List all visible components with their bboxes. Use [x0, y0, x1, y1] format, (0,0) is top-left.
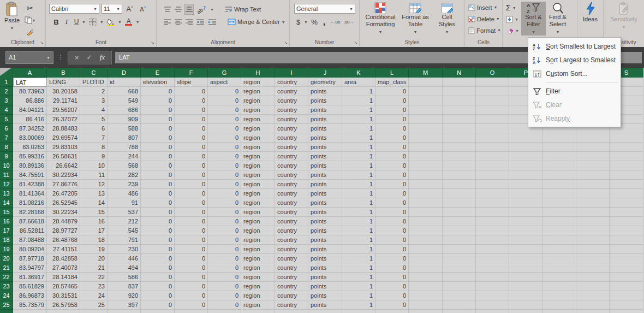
- cell-O12[interactable]: [476, 180, 509, 189]
- number-format-select[interactable]: General▼: [294, 4, 355, 14]
- cell-H2[interactable]: region: [241, 87, 275, 96]
- wrap-text-button[interactable]: Wrap Text: [224, 5, 262, 13]
- font-color-button[interactable]: A: [123, 16, 135, 27]
- underline-button[interactable]: U: [72, 16, 81, 27]
- cell-C1[interactable]: PLOTID: [80, 78, 108, 87]
- cell-P13[interactable]: [509, 189, 543, 198]
- cell-N24[interactable]: [443, 291, 476, 300]
- cell-F10[interactable]: 0: [175, 161, 208, 170]
- cell-H21[interactable]: region: [241, 263, 275, 273]
- font-dialog-launcher[interactable]: ↘: [151, 41, 154, 45]
- cell-E14[interactable]: 0: [141, 198, 175, 208]
- cell-R12[interactable]: [576, 180, 610, 189]
- percent-style-button[interactable]: %: [309, 16, 319, 27]
- cell-R25[interactable]: [576, 300, 610, 310]
- cell-K19[interactable]: 1: [342, 245, 375, 254]
- cell-I4[interactable]: country: [275, 105, 308, 115]
- cell-E17[interactable]: 0: [141, 226, 175, 235]
- column-header-G[interactable]: G: [208, 68, 241, 78]
- cell-M19[interactable]: [409, 245, 443, 254]
- cell-E8[interactable]: 0: [141, 143, 175, 152]
- cell-G13[interactable]: 0: [208, 189, 241, 198]
- cell-H12[interactable]: region: [241, 180, 275, 189]
- cell-K26[interactable]: [342, 310, 375, 313]
- cell-M13[interactable]: [409, 189, 443, 198]
- cell-S23[interactable]: [610, 282, 643, 291]
- row-header-25[interactable]: 25: [0, 300, 13, 310]
- cell-E2[interactable]: 0: [141, 87, 175, 96]
- cell-E1[interactable]: elevation: [141, 78, 175, 87]
- row-header-5[interactable]: 5: [0, 115, 13, 124]
- cell-P25[interactable]: [509, 300, 543, 310]
- cell-D1[interactable]: id: [108, 78, 141, 87]
- cell-R24[interactable]: [576, 291, 610, 300]
- cell-E19[interactable]: 0: [141, 245, 175, 254]
- cell-K7[interactable]: 1: [342, 133, 375, 143]
- cell-M14[interactable]: [409, 198, 443, 208]
- cell-S20[interactable]: [610, 254, 643, 263]
- cell-H5[interactable]: region: [241, 115, 275, 124]
- cell-F3[interactable]: 0: [175, 96, 208, 105]
- cell-F6[interactable]: 0: [175, 124, 208, 133]
- format-painter-button[interactable]: [24, 27, 36, 38]
- cell-R22[interactable]: [576, 273, 610, 282]
- cell-A11[interactable]: 84.75591: [13, 170, 47, 180]
- cell-K12[interactable]: 1: [342, 180, 375, 189]
- bold-button[interactable]: B: [51, 16, 61, 27]
- cell-B14[interactable]: 26.52945: [47, 198, 80, 208]
- fill-color-chevron-icon[interactable]: ▼: [118, 20, 122, 24]
- cell-D18[interactable]: 791: [108, 235, 141, 245]
- cell-E11[interactable]: 0: [141, 170, 175, 180]
- cell-B8[interactable]: 29.83103: [47, 143, 80, 152]
- cell-B19[interactable]: 27.41151: [47, 245, 80, 254]
- cell-F2[interactable]: 0: [175, 87, 208, 96]
- cell-O16[interactable]: [476, 217, 509, 226]
- cell-E5[interactable]: 0: [141, 115, 175, 124]
- cell-N19[interactable]: [443, 245, 476, 254]
- cell-I26[interactable]: [275, 310, 308, 313]
- cell-M15[interactable]: [409, 208, 443, 217]
- cell-M18[interactable]: [409, 235, 443, 245]
- cell-H26[interactable]: [241, 310, 275, 313]
- cell-N20[interactable]: [443, 254, 476, 263]
- cell-K23[interactable]: 1: [342, 282, 375, 291]
- column-header-D[interactable]: D: [108, 68, 141, 78]
- cell-I2[interactable]: country: [275, 87, 308, 96]
- cell-O25[interactable]: [476, 300, 509, 310]
- cell-B2[interactable]: 30.20158: [47, 87, 80, 96]
- cell-C19[interactable]: 19: [80, 245, 108, 254]
- row-header-20[interactable]: 20: [0, 254, 13, 263]
- cell-L9[interactable]: 0: [375, 152, 409, 161]
- cell-F9[interactable]: 0: [175, 152, 208, 161]
- cell-E26[interactable]: [141, 310, 175, 313]
- cell-I18[interactable]: country: [275, 235, 308, 245]
- cell-F4[interactable]: 0: [175, 105, 208, 115]
- cell-O3[interactable]: [476, 96, 509, 105]
- cell-M24[interactable]: [409, 291, 443, 300]
- borders-chevron-icon[interactable]: ▼: [100, 20, 104, 24]
- cell-C20[interactable]: 20: [80, 254, 108, 263]
- cell-R8[interactable]: [576, 143, 610, 152]
- row-header-10[interactable]: 10: [0, 161, 13, 170]
- cell-M4[interactable]: [409, 105, 443, 115]
- cell-D19[interactable]: 230: [108, 245, 141, 254]
- cell-I1[interactable]: country: [275, 78, 308, 87]
- row-header-12[interactable]: 12: [0, 180, 13, 189]
- borders-button[interactable]: [87, 16, 99, 27]
- column-header-O[interactable]: O: [476, 68, 509, 78]
- cell-Q26[interactable]: [543, 310, 576, 313]
- cell-M12[interactable]: [409, 180, 443, 189]
- cell-R10[interactable]: [576, 161, 610, 170]
- row-header-2[interactable]: 2: [0, 87, 13, 96]
- alignment-dialog-launcher[interactable]: ↘: [284, 41, 288, 45]
- cell-N13[interactable]: [443, 189, 476, 198]
- row-header-26[interactable]: [0, 310, 13, 313]
- row-header-21[interactable]: 21: [0, 263, 13, 273]
- cell-G9[interactable]: 0: [208, 152, 241, 161]
- cell-F23[interactable]: 0: [175, 282, 208, 291]
- cell-Q8[interactable]: [543, 143, 576, 152]
- menu-item-filter[interactable]: Filter: [528, 84, 621, 98]
- cell-H20[interactable]: region: [241, 254, 275, 263]
- cell-L6[interactable]: 0: [375, 124, 409, 133]
- conditional-formatting-button[interactable]: Conditional Formatting ▼: [363, 2, 397, 36]
